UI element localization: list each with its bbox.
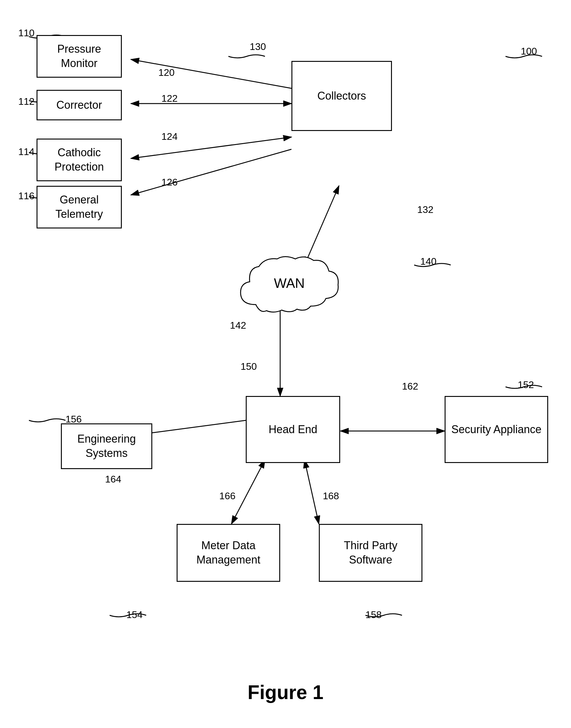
pressure-monitor-box: Pressure Monitor [36, 35, 122, 78]
ref-166-label: 166 [219, 491, 235, 502]
third-party-software-label: Third Party Software [323, 538, 419, 567]
ref-154-label: 154 [126, 609, 142, 620]
collectors-box: Collectors [292, 61, 392, 131]
ref-162-label: 162 [402, 381, 418, 392]
ref-132-label: 132 [417, 204, 433, 215]
ref-122-label: 122 [161, 93, 178, 104]
svg-line-13 [305, 460, 319, 524]
general-telemetry-label: General Telemetry [40, 193, 118, 221]
ref-114-label: 114 [18, 146, 34, 158]
cathodic-protection-label: Cathodic Protection [40, 145, 118, 174]
diagram: 110 112 114 116 120 122 124 126 130 132 … [0, 0, 571, 728]
corrector-box: Corrector [36, 90, 122, 120]
svg-line-4 [131, 60, 292, 88]
meter-data-management-box: Meter Data Management [177, 524, 280, 582]
general-telemetry-box: General Telemetry [36, 186, 122, 228]
figure-title: Figure 1 [0, 681, 571, 704]
ref-110-label: 110 [18, 27, 34, 39]
head-end-label: Head End [268, 422, 317, 437]
security-appliance-label: Security Appliance [451, 422, 542, 437]
ref-152-label: 152 [518, 379, 534, 391]
ref-124-label: 124 [161, 131, 178, 142]
ref-158-label: 158 [365, 609, 381, 620]
ref-100-label: 100 [521, 46, 537, 57]
ref-140-label: 140 [420, 256, 436, 267]
svg-line-7 [131, 149, 292, 195]
ref-168-label: 168 [323, 491, 339, 502]
ref-126-label: 126 [161, 177, 178, 188]
svg-text:WAN: WAN [274, 276, 305, 291]
ref-130-label: 130 [250, 41, 266, 53]
ref-120-label: 120 [158, 67, 175, 78]
wan-cloud: WAN [231, 253, 347, 323]
security-appliance-box: Security Appliance [445, 396, 548, 463]
svg-line-12 [231, 460, 265, 524]
collectors-label: Collectors [317, 89, 366, 103]
meter-data-management-label: Meter Data Management [181, 538, 276, 567]
engineering-systems-box: Engineering Systems [61, 423, 152, 469]
ref-116-label: 116 [18, 190, 34, 202]
third-party-software-box: Third Party Software [319, 524, 422, 582]
head-end-box: Head End [246, 396, 340, 463]
svg-line-6 [131, 137, 292, 159]
cathodic-protection-box: Cathodic Protection [36, 138, 122, 181]
ref-164-label: 164 [105, 474, 121, 485]
engineering-systems-label: Engineering Systems [65, 432, 148, 460]
pressure-monitor-label: Pressure Monitor [40, 42, 118, 71]
ref-112-label: 112 [18, 96, 34, 107]
ref-150-label: 150 [241, 361, 257, 372]
corrector-label: Corrector [56, 98, 102, 112]
